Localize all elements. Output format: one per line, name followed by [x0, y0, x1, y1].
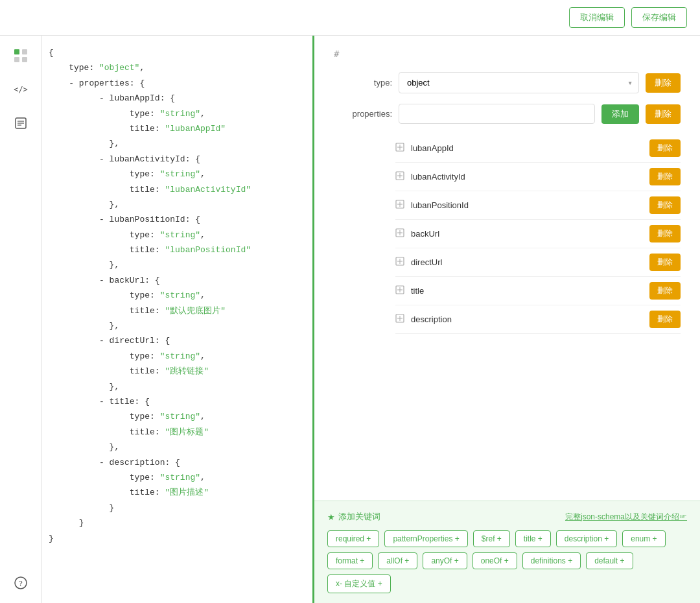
- property-name: lubanActivityId: [411, 172, 643, 182]
- properties-delete-button[interactable]: 删除: [646, 104, 681, 124]
- table-row: lubanActivityId删除: [395, 163, 681, 191]
- keywords-area: ★ 添加关键词 完整json-schema以及关键词介绍☞ required +…: [314, 501, 700, 603]
- edit-icon: [395, 257, 404, 268]
- cancel-button[interactable]: 取消编辑: [569, 7, 625, 28]
- keyword-tag[interactable]: $ref +: [473, 530, 510, 547]
- keyword-tags: required +patternProperties +$ref +title…: [327, 530, 687, 593]
- keyword-tag[interactable]: required +: [327, 530, 379, 547]
- table-row: description删除: [395, 305, 681, 334]
- edit-icon: [395, 285, 404, 297]
- keywords-title: ★ 添加关键词: [327, 511, 380, 523]
- svg-rect-3: [22, 57, 27, 62]
- table-row: backUrl删除: [395, 220, 681, 248]
- star-icon: ★: [327, 512, 335, 522]
- keyword-tag[interactable]: description +: [556, 530, 617, 547]
- keywords-header: ★ 添加关键词 完整json-schema以及关键词介绍☞: [327, 511, 687, 523]
- save-button[interactable]: 保存编辑: [631, 7, 687, 28]
- type-select-wrapper: object string number array boolean ▾: [399, 72, 639, 93]
- type-delete-button[interactable]: 删除: [646, 73, 681, 93]
- svg-rect-2: [22, 49, 27, 54]
- table-row: title删除: [395, 277, 681, 305]
- keyword-tag[interactable]: oneOf +: [472, 552, 517, 569]
- hash-label: #: [334, 49, 681, 59]
- svg-text:?: ?: [19, 578, 23, 588]
- property-delete-button[interactable]: 删除: [649, 196, 681, 214]
- properties-row: properties: 添加 删除: [334, 104, 681, 124]
- properties-input[interactable]: [399, 104, 595, 124]
- keyword-tag[interactable]: format +: [327, 552, 373, 569]
- sidebar-doc-icon[interactable]: [10, 113, 31, 134]
- sidebar-code-icon[interactable]: </>: [10, 79, 31, 100]
- form-area: # type: object string number array boole…: [314, 36, 700, 501]
- edit-icon: [395, 228, 404, 240]
- edit-icon: [395, 143, 404, 154]
- property-name: backUrl: [411, 229, 643, 239]
- property-delete-button[interactable]: 删除: [649, 282, 681, 300]
- table-row: lubanPositionId删除: [395, 191, 681, 220]
- keywords-link[interactable]: 完整json-schema以及关键词介绍☞: [565, 512, 687, 523]
- sidebar-tree-icon[interactable]: [10, 45, 31, 66]
- property-name: lubanAppId: [411, 143, 643, 153]
- keyword-tag[interactable]: x- 自定义值 +: [327, 574, 391, 593]
- property-delete-button[interactable]: 删除: [649, 139, 681, 157]
- edit-icon: [395, 314, 404, 325]
- keyword-tag[interactable]: patternProperties +: [384, 530, 467, 547]
- keyword-tag[interactable]: allOf +: [378, 552, 417, 569]
- type-row: type: object string number array boolean…: [334, 72, 681, 93]
- property-delete-button[interactable]: 删除: [649, 225, 681, 242]
- property-name: directUrl: [411, 257, 643, 267]
- property-name: lubanPositionId: [411, 200, 643, 210]
- code-panel: { type: "object", - properties: { - luba…: [42, 36, 314, 603]
- keyword-tag[interactable]: title +: [515, 530, 551, 547]
- properties-list: lubanAppId删除lubanActivityId删除lubanPositi…: [334, 134, 681, 334]
- edit-icon: [395, 200, 404, 211]
- svg-rect-0: [14, 49, 19, 54]
- keyword-tag[interactable]: default +: [586, 552, 633, 569]
- table-row: directUrl删除: [395, 248, 681, 277]
- property-name: description: [411, 314, 643, 324]
- property-delete-button[interactable]: 删除: [649, 254, 681, 271]
- properties-label: properties:: [334, 109, 392, 119]
- keyword-tag[interactable]: definitions +: [522, 552, 581, 569]
- right-panel: # type: object string number array boole…: [314, 36, 700, 603]
- edit-icon: [395, 171, 404, 183]
- type-select[interactable]: object string number array boolean: [399, 72, 639, 93]
- type-label: type:: [334, 78, 392, 88]
- property-name: title: [411, 286, 643, 296]
- top-bar: 取消编辑 保存编辑: [0, 0, 700, 36]
- keywords-add-label: 添加关键词: [338, 511, 380, 523]
- table-row: lubanAppId删除: [395, 134, 681, 163]
- svg-rect-1: [14, 57, 19, 62]
- property-delete-button[interactable]: 删除: [649, 311, 681, 328]
- sidebar: </> ?: [0, 36, 42, 603]
- sidebar-help-icon[interactable]: ?: [10, 573, 31, 593]
- properties-add-button[interactable]: 添加: [601, 104, 639, 124]
- property-delete-button[interactable]: 删除: [649, 168, 681, 185]
- keyword-tag[interactable]: enum +: [622, 530, 665, 547]
- main-layout: </> ? { type: "object", - properties: { …: [0, 36, 700, 603]
- keyword-tag[interactable]: anyOf +: [423, 552, 467, 569]
